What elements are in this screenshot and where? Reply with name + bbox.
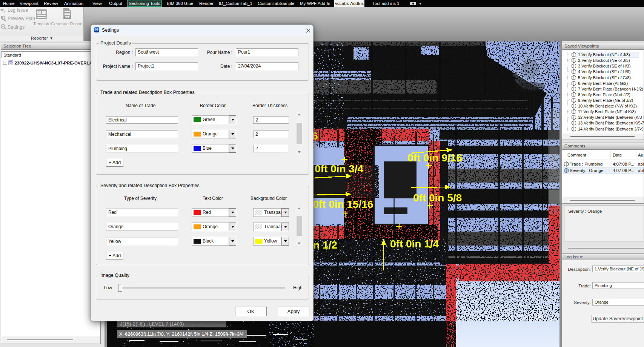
svg-text:abl: abl (638, 168, 644, 173)
svg-text:Settings: Settings (8, 25, 25, 30)
svg-text:Date: Date (613, 153, 622, 157)
svg-text:11.Verify Bent Plate (NE of K/: 11.Verify Bent Plate (NE of K/3) (578, 109, 636, 114)
svg-text:J(15)-2('-8') : LEVEL 7 (1409): J(15)-2('-8') : LEVEL 7 (1409) (120, 321, 184, 327)
svg-text:14.Verify Bent Plate (Between: 14.Verify Bent Plate (Between J/7-9) (578, 127, 644, 131)
svg-text:Generate Report: Generate Report (51, 21, 83, 26)
svg-text:10.Verify Bent plate (NW of K/: 10.Verify Bent plate (NW of K/2) (578, 104, 637, 108)
svg-text:4:07:08 P...: 4:07:08 P... (613, 168, 634, 173)
svg-text:Log Issue: Log Issue (8, 8, 28, 13)
svg-text:4.Verify Blockout (SE of H/6): 4.Verify Blockout (SE of H/6) (578, 69, 630, 74)
svg-text:9.Verify Bent Plate (NE of J/2: 9.Verify Bent Plate (NE of J/2) (578, 98, 633, 103)
svg-text:Trade : Plumbing: Trade : Plumbing (570, 162, 603, 166)
svg-text:1.Verify Blockout (NE of J/3): 1.Verify Blockout (NE of J/3) (578, 52, 630, 57)
svg-text:X: 6260863ft 11in 7/8, Y: 2160: X: 6260863ft 11in 7/8, Y: 2160142ft 5in … (119, 332, 244, 337)
svg-text:3.Verify Blockout (SE of H/3): 3.Verify Blockout (SE of H/3) (578, 64, 630, 68)
svg-text:7.Verify Bent Plate (Between H: 7.Verify Bent Plate (Between H-J/2) (578, 87, 643, 91)
svg-text:0ft 0in 5/8: 0ft 0in 5/8 (413, 192, 462, 204)
svg-text:5.Verify Blockout (SE of G/8): 5.Verify Blockout (SE of G/8) (578, 75, 631, 80)
svg-text:4:07:08 P...: 4:07:08 P... (613, 162, 634, 166)
svg-text:abl: abl (638, 162, 644, 166)
svg-text:6.Verify Bent Plate (At G/2): 6.Verify Bent Plate (At G/2) (578, 81, 628, 86)
svg-text:Au: Au (638, 153, 643, 157)
svg-text:Template: Template (33, 21, 51, 26)
svg-text:Preview Plan: Preview Plan (8, 16, 35, 21)
svg-text:0ft 0in 1/4: 0ft 0in 1/4 (390, 238, 439, 250)
svg-text:2.Verify Blockout (NE of J/3): 2.Verify Blockout (NE of J/3) (578, 58, 630, 63)
svg-text:13.Verify Bent Plate (Between: 13.Verify Bent Plate (Between K/5-7) (578, 121, 644, 125)
svg-text:PDF: PDF (65, 16, 70, 18)
svg-text:0ft 0in 3/4: 0ft 0in 3/4 (315, 163, 364, 175)
svg-text:8.Verify Bent Plate (N of J/2): 8.Verify Bent Plate (N of J/2) (578, 92, 630, 97)
svg-text:12.Verify Bent Plate (Between: 12.Verify Bent Plate (Between (K/3-5) (578, 115, 644, 120)
svg-text:n 1/2: n 1/2 (313, 239, 337, 251)
svg-text:Comment: Comment (567, 153, 587, 157)
svg-text:Severity : Orange: Severity : Orange (570, 168, 603, 173)
svg-text:0ft 0in 15/16: 0ft 0in 15/16 (313, 198, 373, 210)
svg-text:0ft 0in 9/16: 0ft 0in 9/16 (407, 152, 462, 164)
